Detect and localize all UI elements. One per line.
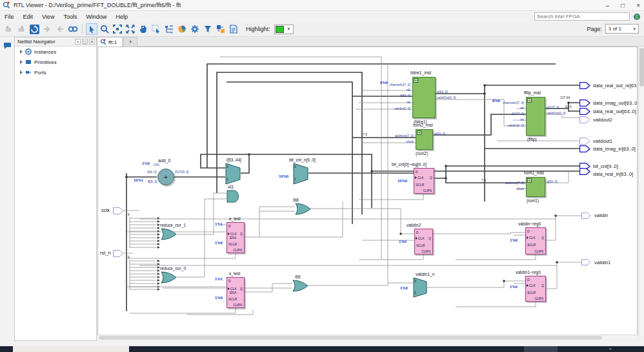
expand-view-button[interactable] [125, 23, 136, 35]
block-bitre1-inst[interactable]: + [412, 77, 436, 118]
sidebar-item-ports[interactable]: Ports [15, 67, 96, 78]
gate-reduce-nor-0[interactable] [161, 271, 177, 286]
back-button[interactable] [54, 23, 66, 35]
zoom-tool-button[interactable] [99, 23, 110, 35]
os-taskbar[interactable]: •• [0, 346, 644, 352]
vertical-scrollbar[interactable] [638, 47, 644, 335]
ff-pin-clrn: CLRN [423, 189, 432, 192]
gate-i68[interactable] [295, 203, 311, 218]
pan-tool-button[interactable] [137, 23, 149, 35]
gate-reduce-nor-1[interactable] [161, 228, 177, 243]
settings-gear-button[interactable] [189, 23, 201, 35]
output-port[interactable] [579, 116, 590, 123]
gate-title: i68 [293, 198, 299, 202]
cross-probe-button[interactable] [215, 23, 226, 35]
clock-triangle-icon [416, 237, 418, 240]
primitives-icon [25, 59, 32, 65]
chevron-right-icon[interactable] [20, 70, 23, 74]
redo-button[interactable] [15, 23, 27, 35]
menu-window[interactable]: Window [81, 12, 111, 21]
menu-help[interactable]: Help [111, 12, 132, 21]
netlist-navigator-panel: Netlist Navigator ▪ ◻ ✕ Instances Primit… [14, 37, 97, 341]
horizontal-scrollbar[interactable] [97, 335, 637, 340]
chevron-right-icon[interactable] [20, 60, 23, 64]
schematic-canvas[interactable]: + bitre1_inst (bitre1) 8'h0 channelin[7.… [97, 47, 638, 335]
ff-validin1-reg0[interactable]: D CLK Q SCLR CLRN [525, 276, 546, 302]
scrollbar-thumb[interactable] [99, 336, 602, 340]
select-items-button[interactable] [150, 23, 162, 35]
const-label: 1'h0 [215, 296, 223, 300]
gate-i43[interactable] [226, 190, 241, 205]
ff-bit-cnt0-reg[interactable]: D CLK Q SCLR CLRN [414, 168, 434, 194]
ff-e-test[interactable]: D CLK ENA Q SCLR CLRN [226, 222, 245, 253]
pin-icon[interactable]: ▪ [75, 39, 81, 45]
ports-icon [25, 69, 32, 76]
block-rom1-inst[interactable]: + [526, 177, 545, 197]
pin-label: channelin[7..0] [373, 83, 410, 87]
find-button[interactable] [67, 23, 79, 35]
adder-add0[interactable]: + [157, 169, 174, 185]
filter-button[interactable] [202, 23, 214, 35]
output-port[interactable] [579, 138, 590, 145]
expand-icon[interactable]: + [417, 130, 421, 135]
block-title: bitre1_inst [410, 70, 431, 75]
block-rom2-inst[interactable]: + [416, 129, 433, 150]
menu-view[interactable]: View [37, 12, 59, 21]
output-port[interactable] [579, 99, 590, 107]
ff-pin-sclr: SCLR [527, 243, 536, 247]
close-button[interactable]: × [636, 0, 640, 11]
refresh-button[interactable] [28, 23, 40, 35]
maximize-button[interactable]: □ [621, 0, 625, 11]
block-fftip-inst[interactable]: + [526, 97, 545, 136]
mux-title: bit_cnt_n[9..0] [289, 158, 316, 162]
float-icon[interactable]: ◻ [82, 39, 88, 45]
forward-button[interactable] [41, 23, 53, 35]
fit-view-button[interactable] [112, 23, 123, 35]
expand-icon[interactable]: + [527, 178, 532, 183]
tab-fft1[interactable]: fft:1 [97, 37, 123, 47]
chevron-right-icon[interactable] [20, 50, 23, 54]
ff-validin2[interactable]: D CLK Q SCLR CLRN [414, 229, 433, 254]
menu-bar: File Edit View Tools Window Help [0, 11, 644, 22]
highlight-color-dropdown[interactable]: ▾ [274, 25, 294, 34]
ff-s-test[interactable]: D CLK ENA Q SCLR CLRN [226, 277, 245, 308]
output-port[interactable] [579, 108, 590, 115]
search-input[interactable] [535, 14, 629, 19]
page-select[interactable]: 1 of 1▾ [605, 24, 639, 34]
output-port[interactable] [579, 145, 590, 152]
new-tab-button[interactable]: + [123, 37, 137, 47]
report-file-button[interactable] [228, 23, 239, 35]
input-port-sclk[interactable] [113, 207, 124, 214]
output-port[interactable] [579, 168, 590, 175]
fan-width-label: 9 [128, 212, 130, 216]
comments-icon[interactable] [3, 42, 12, 50]
close-icon[interactable]: ✕ [89, 39, 95, 45]
clock-triangle-icon [527, 236, 528, 239]
output-port[interactable] [581, 212, 591, 219]
netlist-report-button[interactable] [176, 23, 188, 35]
const-label: 1'h0 [510, 238, 518, 242]
select-tool-button[interactable] [86, 23, 97, 35]
undo-button[interactable] [3, 23, 14, 35]
ff-pin-clrn: CLRN [233, 303, 242, 307]
const-label: 1'h0 [215, 241, 223, 245]
sidebar-item-instances[interactable]: Instances [15, 47, 96, 57]
chevron-down-icon: ▾ [633, 26, 636, 32]
minimize-button[interactable]: – [606, 0, 610, 11]
mux-sel0: 0 [294, 165, 296, 169]
menu-file[interactable]: File [0, 12, 19, 21]
expand-icon[interactable]: + [414, 78, 418, 83]
expand-icon[interactable]: + [527, 98, 532, 103]
taskbar-active-app[interactable] [524, 346, 558, 352]
sidebar-item-primitives[interactable]: Primitives [15, 57, 96, 67]
menu-tools[interactable]: Tools [59, 12, 81, 21]
ff-pin-sclr: SCLR [228, 242, 237, 246]
scrollbar-thumb[interactable] [639, 48, 644, 87]
gate-i69[interactable] [292, 280, 308, 295]
ff-validin-reg0[interactable]: D CLK Q SCLR CLRN [525, 227, 546, 254]
hierarchy-button[interactable] [163, 23, 175, 35]
input-port-rst-n[interactable] [113, 250, 124, 257]
menu-edit[interactable]: Edit [19, 12, 38, 21]
output-port[interactable] [579, 82, 590, 89]
output-port[interactable] [581, 259, 591, 265]
